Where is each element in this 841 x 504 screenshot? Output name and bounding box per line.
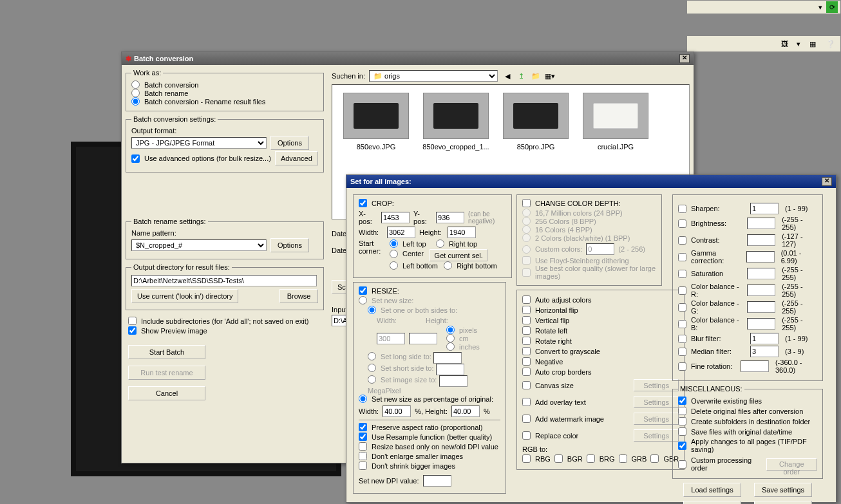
crop-width-field[interactable] <box>387 227 415 238</box>
new-dpi-field[interactable] <box>423 475 451 487</box>
median-field[interactable] <box>750 346 779 357</box>
sharpen-check[interactable]: Sharpen: <box>678 205 746 213</box>
crop-xpos-field[interactable] <box>381 212 410 223</box>
bright-field[interactable] <box>747 218 775 229</box>
vflip-check[interactable]: Vertical flip <box>522 316 679 324</box>
grayscale-check[interactable]: Convert to grayscale <box>522 347 679 355</box>
cbb-check[interactable]: Color balance - B: <box>678 316 743 331</box>
advanced-options-check[interactable]: Use advanced options (for bulk resize...… <box>131 154 271 163</box>
rotate-right-check[interactable]: Rotate right <box>522 337 679 345</box>
fineRot-field[interactable] <box>741 360 769 372</box>
units-inches[interactable]: inches <box>446 342 480 351</box>
look-in-select[interactable]: 📁 origs <box>369 70 498 82</box>
gamma-field[interactable] <box>746 251 775 263</box>
rotate-left-check[interactable]: Rotate left <box>522 326 679 335</box>
corner-right-top[interactable]: Right top <box>436 239 477 248</box>
new-folder-icon[interactable]: 📁 <box>530 70 542 82</box>
resample-check[interactable]: Use Resample function (better quality) <box>359 433 492 441</box>
replace-color-check[interactable]: Replace color <box>522 431 578 440</box>
watermark-check[interactable]: Add watermark image <box>522 415 604 423</box>
advanced-button[interactable]: Advanced <box>275 151 318 165</box>
dont-enlarge-check[interactable]: Don't enlarge smaller images <box>359 452 463 460</box>
name-pattern-select[interactable]: $N_cropped_# <box>131 239 267 251</box>
contrast-field[interactable] <box>747 234 775 246</box>
cbr-check[interactable]: Color balance - R: <box>678 283 743 298</box>
auto-adjust-check[interactable]: Auto adjust colors <box>522 295 679 304</box>
sharpen-field[interactable] <box>750 203 779 214</box>
image-size-radio[interactable]: Set image size to: <box>368 375 437 384</box>
file-item[interactable]: crucial.JPG <box>578 93 653 151</box>
cbb-field[interactable] <box>747 318 775 330</box>
delete-orig-check[interactable]: Delete original files after conversion <box>678 407 817 415</box>
corner-center[interactable]: Center <box>390 250 424 258</box>
sat-check[interactable]: Saturation <box>678 270 743 278</box>
ok-button[interactable]: OK <box>683 501 741 504</box>
start-batch-button[interactable]: Start Batch <box>128 345 205 359</box>
get-current-sel-button[interactable]: Get current sel. <box>430 249 487 261</box>
units-cm[interactable]: cm <box>446 334 480 342</box>
cancel-button[interactable]: Cancel <box>128 386 205 400</box>
format-options-button[interactable]: Options <box>270 136 309 150</box>
contrast-check[interactable]: Contrast: <box>678 236 743 245</box>
median-check[interactable]: Median filter: <box>678 348 746 356</box>
percent-width-field[interactable] <box>383 406 411 417</box>
percent-height-field[interactable] <box>451 406 480 417</box>
dropdown-arrow-icon[interactable]: ▾ <box>797 40 800 48</box>
set-new-size-radio[interactable]: Set new size: <box>359 296 413 304</box>
orig-date-check[interactable]: Save files with original date/time <box>678 427 817 436</box>
output-format-select[interactable]: JPG - JPG/JPEG Format <box>131 137 267 149</box>
crop-check[interactable]: CROP: <box>359 199 394 207</box>
dpi-only-check[interactable]: Resize based only on new/old DPI value <box>359 442 498 451</box>
auto-crop-check[interactable]: Auto crop borders <box>522 368 679 376</box>
bright-check[interactable]: Brightness: <box>678 219 743 228</box>
corner-left-top[interactable]: Left top <box>390 239 426 248</box>
view-menu-icon[interactable]: ▦▾ <box>544 70 556 82</box>
close-icon[interactable]: ✕ <box>822 177 832 186</box>
browse-button[interactable]: Browse <box>279 289 318 303</box>
fineRot-check[interactable]: Fine rotation: <box>678 362 737 371</box>
output-dir-field[interactable] <box>131 275 317 286</box>
dropdown-arrow-icon[interactable]: ▾ <box>818 3 822 12</box>
blur-check[interactable]: Blur filter: <box>678 335 746 343</box>
subfolders-check[interactable]: Create subfolders in destination folder <box>678 417 817 425</box>
negative-check[interactable]: Negative <box>522 357 679 366</box>
work-as-batch-conversion[interactable]: Batch conversion <box>131 80 318 89</box>
overlay-text-check[interactable]: Add overlay text <box>522 398 586 406</box>
one-or-both-radio[interactable]: Set one or both sides to: <box>368 306 457 314</box>
load-settings-button[interactable]: Load settings <box>683 483 741 497</box>
resize-check[interactable]: RESIZE: <box>359 286 399 295</box>
overwrite-check[interactable]: Overwrite existing files <box>678 397 817 405</box>
preserve-aspect-check[interactable]: Preserve aspect ratio (proportional) <box>359 423 482 431</box>
up-folder-icon[interactable]: ↥ <box>516 70 527 82</box>
rgb-rbg[interactable]: RBG <box>522 454 551 463</box>
sat-field[interactable] <box>747 268 775 279</box>
hflip-check[interactable]: Horizontal flip <box>522 306 679 314</box>
help-icon[interactable]: ❔ <box>825 38 836 50</box>
rgb-bgr[interactable]: BGR <box>554 454 583 463</box>
color-depth-check[interactable]: CHANGE COLOR DEPTH: <box>522 199 621 207</box>
change-order-button[interactable]: Change order <box>766 458 817 471</box>
units-pixels[interactable]: pixels <box>446 326 480 334</box>
cbg-check[interactable]: Color balance - G: <box>678 299 743 315</box>
work-as-both[interactable]: Batch conversion - Rename result files <box>131 97 318 106</box>
crop-ypos-field[interactable] <box>436 212 464 223</box>
cbr-field[interactable] <box>747 285 775 296</box>
short-side-radio[interactable]: Set short side to: <box>368 364 434 372</box>
all-pages-check[interactable]: Apply changes to all pages (TIF/PDF savi… <box>678 438 817 453</box>
corner-left-bottom[interactable]: Left bottom <box>390 261 438 270</box>
rename-options-button[interactable]: Options <box>270 238 309 252</box>
show-preview-check[interactable]: Show Preview image <box>128 326 207 335</box>
cbg-field[interactable] <box>747 301 775 313</box>
rgb-grb[interactable]: GRB <box>619 454 647 463</box>
file-item[interactable]: 850evo_cropped_1... <box>419 93 493 151</box>
run-test-rename-button[interactable]: Run test rename <box>128 366 205 380</box>
long-side-radio[interactable]: Set long side to: <box>368 352 431 360</box>
use-current-dir-button[interactable]: Use current ('look in') directory <box>131 289 238 303</box>
dont-shrink-check[interactable]: Don't shrink bigger images <box>359 462 455 470</box>
crop-height-field[interactable] <box>448 227 476 238</box>
work-as-batch-rename[interactable]: Batch rename <box>131 89 318 97</box>
close-icon[interactable]: ✕ <box>679 54 690 63</box>
gamma-check[interactable]: Gamma correction: <box>678 249 742 265</box>
back-icon[interactable]: ◀ <box>502 70 513 82</box>
picture-icon[interactable]: 🖼 <box>779 38 790 50</box>
